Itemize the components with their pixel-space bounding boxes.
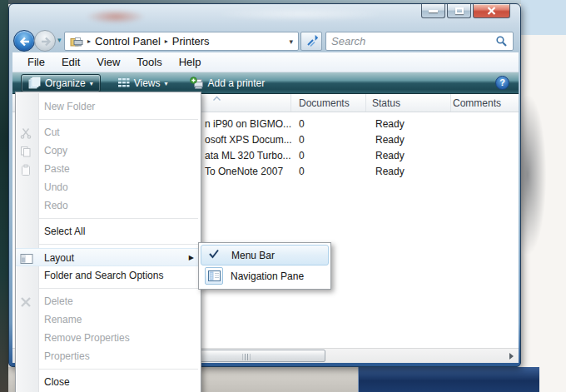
documents-count: 0 <box>299 118 305 130</box>
submenu-item-navigation-pane[interactable]: Navigation Pane <box>201 265 329 287</box>
status-value: Ready <box>375 150 405 161</box>
search-box <box>325 32 514 51</box>
menu-item-select-all[interactable]: Select All <box>16 222 201 241</box>
titlebar-glass-reflection <box>86 9 146 24</box>
menu-item-paste: Paste <box>16 160 201 178</box>
documents-count: 0 <box>299 166 305 177</box>
minimize-icon <box>429 10 438 12</box>
menu-item-copy: Copy <box>16 141 201 160</box>
organize-button[interactable]: Organize ▾ <box>21 74 101 92</box>
column-divider[interactable] <box>365 94 366 112</box>
printer-name: n iP90 on BIGMO... <box>205 118 291 130</box>
printer-name: osoft XPS Docum... <box>205 134 292 146</box>
menu-bar: File Edit View Tools Help <box>12 52 519 72</box>
column-divider[interactable] <box>290 94 291 112</box>
close-button[interactable] <box>473 4 510 18</box>
column-header-status[interactable]: Status <box>372 97 400 109</box>
menu-item-folder-search-options[interactable]: Folder and Search Options <box>16 266 201 285</box>
menu-separator <box>16 241 201 248</box>
add-printer-icon <box>190 77 204 90</box>
submenu-item-label: Navigation Pane <box>231 270 304 282</box>
menu-item-label: Copy <box>44 145 67 156</box>
desktop-edge-left <box>0 0 8 392</box>
menu-view[interactable]: View <box>88 52 128 72</box>
views-button[interactable]: Views ▾ <box>111 74 175 92</box>
printer-folder-icon <box>70 36 83 47</box>
breadcrumb-control-panel[interactable]: Control Panel <box>95 35 161 47</box>
forward-icon <box>38 34 53 49</box>
scissors-icon <box>20 127 33 138</box>
menu-separator <box>16 215 201 222</box>
menu-item-remove-properties: Remove Properties <box>16 329 201 347</box>
menu-item-layout[interactable]: Layout ▶ <box>16 248 201 266</box>
menu-item-properties: Properties <box>16 347 201 365</box>
submenu-item-menu-bar[interactable]: Menu Bar <box>201 245 329 265</box>
refresh-icon <box>305 35 318 47</box>
chevron-down-icon: ▾ <box>165 79 168 87</box>
views-list-icon <box>117 77 130 88</box>
menu-item-label: Cut <box>44 127 60 138</box>
menu-item-label: Paste <box>44 163 70 175</box>
search-icon[interactable] <box>495 35 508 47</box>
chevron-down-icon: ▾ <box>90 79 93 87</box>
back-button[interactable] <box>13 30 35 52</box>
submenu-item-label: Menu Bar <box>231 250 275 261</box>
menu-item-undo: Undo <box>16 178 201 196</box>
status-value: Ready <box>375 166 405 177</box>
titlebar-glass-highlight <box>217 7 384 21</box>
scrollbar-grip-icon <box>243 354 251 360</box>
status-value: Ready <box>375 134 405 146</box>
refresh-button[interactable] <box>300 32 322 51</box>
maximize-icon <box>455 7 464 14</box>
scroll-right-arrow-icon[interactable] <box>509 353 514 360</box>
organize-menu: New Folder Cut Copy <box>15 92 201 392</box>
menu-separator <box>16 116 201 123</box>
window-controls <box>421 4 510 18</box>
menu-item-redo: Redo <box>16 196 201 215</box>
menu-file[interactable]: File <box>19 52 53 72</box>
desktop-bottom-navy <box>358 367 539 392</box>
checkmark-icon <box>207 248 221 260</box>
organize-stack-icon <box>28 77 41 89</box>
search-input[interactable] <box>331 35 495 47</box>
navigation-pane-icon <box>205 267 223 285</box>
column-divider[interactable] <box>450 94 451 112</box>
menu-help[interactable]: Help <box>171 52 210 72</box>
maximize-button[interactable] <box>447 4 471 18</box>
breadcrumb-printers[interactable]: Printers <box>172 35 210 47</box>
organize-label: Organize <box>45 77 86 89</box>
address-breadcrumb[interactable]: ▸ Control Panel ▸ Printers ▾ <box>64 32 299 51</box>
menu-edit[interactable]: Edit <box>53 52 88 72</box>
layout-pane-icon <box>20 252 33 264</box>
menu-item-close[interactable]: Close <box>16 373 201 391</box>
back-icon <box>17 34 32 49</box>
add-printer-button[interactable]: Add a printer <box>183 74 272 92</box>
column-header-documents[interactable]: Documents <box>299 97 350 109</box>
desktop-bottom-white <box>539 367 566 392</box>
menu-tools[interactable]: Tools <box>128 52 170 72</box>
menu-item-cut: Cut <box>16 123 201 141</box>
desktop-edge-right-top <box>521 0 566 35</box>
documents-count: 0 <box>299 150 305 161</box>
help-icon: ? <box>499 77 505 87</box>
menu-item-delete: Delete <box>16 292 201 310</box>
minimize-button[interactable] <box>421 4 445 18</box>
sort-ascending-icon <box>212 96 221 102</box>
recent-pages-chevron-icon[interactable]: ▾ <box>57 36 62 44</box>
copy-pages-icon <box>20 145 33 156</box>
help-button[interactable]: ? <box>495 76 509 90</box>
column-header-comments[interactable]: Comments <box>453 97 501 109</box>
menu-item-label: Delete <box>44 295 73 307</box>
x-icon <box>20 295 33 307</box>
status-value: Ready <box>375 118 405 130</box>
views-label: Views <box>134 77 161 89</box>
breadcrumb-arrow-icon: ▸ <box>165 37 168 45</box>
forward-button[interactable] <box>34 30 56 52</box>
menu-separator <box>16 365 201 373</box>
clipboard-icon <box>20 163 33 175</box>
printer-name: To OneNote 2007 <box>205 166 283 177</box>
menu-item-new-folder: New Folder <box>16 97 201 116</box>
printer-name: ata ML 320 Turbo... <box>205 150 291 161</box>
address-dropdown-icon[interactable]: ▾ <box>289 37 293 46</box>
close-icon <box>487 7 496 15</box>
